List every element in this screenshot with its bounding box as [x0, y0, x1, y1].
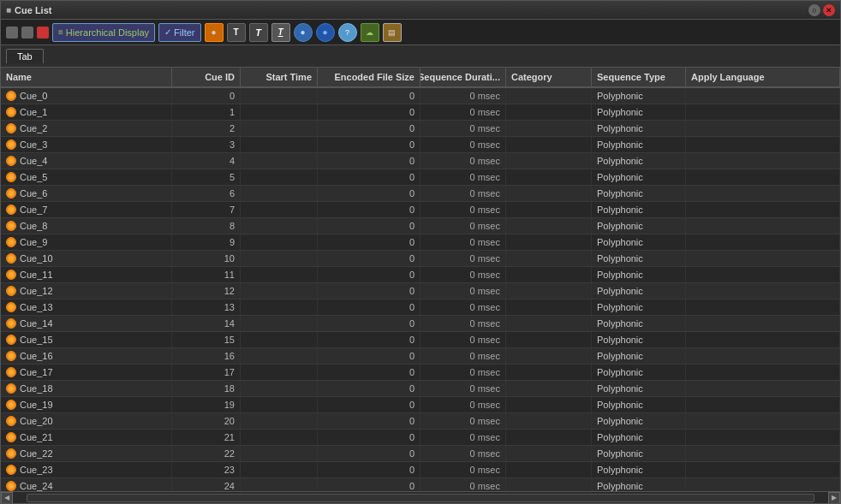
cell-name: Cue_23: [1, 462, 172, 477]
cell-apply-lang: [686, 446, 840, 461]
cell-name: Cue_19: [1, 397, 172, 412]
toolbar-btn-close[interactable]: [37, 27, 49, 39]
table-body[interactable]: Cue_0000 msecPolyphonicCue_1100 msecPoly…: [1, 88, 840, 491]
cell-duration: 0 msec: [420, 218, 506, 234]
cue-icon: [6, 465, 16, 475]
cell-name: Cue_16: [1, 348, 172, 364]
toolbar-icon-7[interactable]: ?: [338, 23, 357, 42]
toolbar-btn-2[interactable]: [21, 27, 33, 39]
cell-duration: 0 msec: [420, 251, 506, 266]
toolbar-icon-6[interactable]: ●: [316, 23, 335, 42]
cell-seq-type: Polyphonic: [592, 462, 686, 477]
cell-name: Cue_4: [1, 153, 172, 169]
cell-apply-lang: [686, 169, 840, 185]
header-encoded[interactable]: Encoded File Size: [318, 68, 420, 86]
cell-start-time: [241, 218, 318, 234]
table-row[interactable]: Cue_131300 msecPolyphonic: [1, 299, 840, 316]
horizontal-scrollbar[interactable]: ◀ ▶: [1, 491, 840, 503]
header-seq-dur[interactable]: Sequence Durati...: [420, 68, 506, 86]
cell-encoded: 0: [318, 202, 420, 217]
cell-name: Cue_24: [1, 478, 172, 491]
table-row[interactable]: Cue_232300 msecPolyphonic: [1, 462, 840, 478]
table-row[interactable]: Cue_111100 msecPolyphonic: [1, 267, 840, 283]
table-row[interactable]: Cue_1100 msecPolyphonic: [1, 104, 840, 121]
table-row[interactable]: Cue_4400 msecPolyphonic: [1, 153, 840, 169]
cell-start-time: [241, 88, 318, 104]
cue-icon: [6, 139, 16, 150]
cell-duration: 0 msec: [420, 413, 506, 429]
toolbar-icon-9[interactable]: ▤: [383, 23, 402, 42]
cell-seq-type: Polyphonic: [592, 365, 686, 380]
table-row[interactable]: Cue_9900 msecPolyphonic: [1, 234, 840, 251]
cell-name: Cue_10: [1, 251, 172, 266]
table-row[interactable]: Cue_5500 msecPolyphonic: [1, 169, 840, 186]
table-row[interactable]: Cue_7700 msecPolyphonic: [1, 202, 840, 218]
cell-seq-type: Polyphonic: [592, 104, 686, 120]
table-row[interactable]: Cue_3300 msecPolyphonic: [1, 137, 840, 153]
toolbar-icon-2[interactable]: T: [227, 23, 246, 42]
table-row[interactable]: Cue_0000 msecPolyphonic: [1, 88, 840, 104]
header-name[interactable]: Name: [1, 68, 172, 86]
scroll-track[interactable]: [27, 494, 814, 502]
cell-cue-id: 5: [172, 169, 241, 185]
cell-cue-id: 6: [172, 186, 241, 201]
close-button[interactable]: ✕: [823, 4, 835, 16]
filter-button[interactable]: ✓ Filter: [158, 23, 200, 42]
cell-start-time: [241, 332, 318, 347]
table-row[interactable]: Cue_6600 msecPolyphonic: [1, 186, 840, 202]
cell-encoded: 0: [318, 283, 420, 299]
minimize-button[interactable]: ○: [808, 4, 820, 16]
cell-apply-lang: [686, 381, 840, 396]
table-row[interactable]: Cue_222200 msecPolyphonic: [1, 446, 840, 462]
main-tab[interactable]: Tab: [6, 49, 44, 63]
cell-start-time: [241, 202, 318, 217]
table-row[interactable]: Cue_8800 msecPolyphonic: [1, 218, 840, 234]
toolbar-btn-1[interactable]: [6, 27, 18, 39]
toolbar-icon-4[interactable]: T: [271, 23, 290, 42]
toolbar-icon-8[interactable]: ☁: [361, 23, 379, 42]
toolbar-icon-1[interactable]: ●: [205, 23, 224, 42]
table-row[interactable]: Cue_121200 msecPolyphonic: [1, 283, 840, 299]
cell-category: [506, 446, 592, 461]
table-row[interactable]: Cue_151500 msecPolyphonic: [1, 332, 840, 348]
cue-icon: [6, 302, 16, 312]
table-row[interactable]: Cue_161600 msecPolyphonic: [1, 348, 840, 365]
cell-apply-lang: [686, 413, 840, 429]
cell-cue-id: 17: [172, 365, 241, 380]
cell-cue-id: 18: [172, 381, 241, 396]
toolbar-icon-3[interactable]: T: [249, 23, 268, 42]
cell-category: [506, 462, 592, 477]
cell-cue-id: 11: [172, 267, 241, 282]
header-start-time[interactable]: Start Time: [241, 68, 318, 86]
table-row[interactable]: Cue_212100 msecPolyphonic: [1, 430, 840, 446]
table-row[interactable]: Cue_202000 msecPolyphonic: [1, 413, 840, 430]
table-row[interactable]: Cue_171700 msecPolyphonic: [1, 365, 840, 381]
toolbar-icon-5[interactable]: ●: [294, 23, 313, 42]
table-row[interactable]: Cue_2200 msecPolyphonic: [1, 121, 840, 137]
hierarchical-display-button[interactable]: ≡ Hierarchical Display: [52, 23, 155, 42]
header-category[interactable]: Category: [506, 68, 592, 86]
table-row[interactable]: Cue_181800 msecPolyphonic: [1, 381, 840, 397]
cell-seq-type: Polyphonic: [592, 251, 686, 266]
cell-apply-lang: [686, 202, 840, 217]
header-apply-lang[interactable]: Apply Language: [686, 68, 840, 86]
table-row[interactable]: Cue_141400 msecPolyphonic: [1, 316, 840, 332]
scroll-right-arrow[interactable]: ▶: [828, 492, 840, 504]
cell-category: [506, 478, 592, 491]
cell-encoded: 0: [318, 316, 420, 331]
cell-encoded: 0: [318, 478, 420, 491]
cue-icon: [6, 383, 16, 394]
cue-icon: [6, 367, 16, 377]
table-row[interactable]: Cue_101000 msecPolyphonic: [1, 251, 840, 267]
scroll-left-arrow[interactable]: ◀: [1, 492, 13, 504]
cell-duration: 0 msec: [420, 397, 506, 412]
table-header: Name Cue ID Start Time Encoded File Size…: [1, 68, 840, 88]
header-cue-id[interactable]: Cue ID: [172, 68, 241, 86]
table-row[interactable]: Cue_242400 msecPolyphonic: [1, 478, 840, 491]
cell-apply-lang: [686, 88, 840, 104]
cell-apply-lang: [686, 397, 840, 412]
cell-start-time: [241, 153, 318, 169]
cell-start-time: [241, 348, 318, 364]
table-row[interactable]: Cue_191900 msecPolyphonic: [1, 397, 840, 413]
header-seq-type[interactable]: Sequence Type: [592, 68, 686, 86]
